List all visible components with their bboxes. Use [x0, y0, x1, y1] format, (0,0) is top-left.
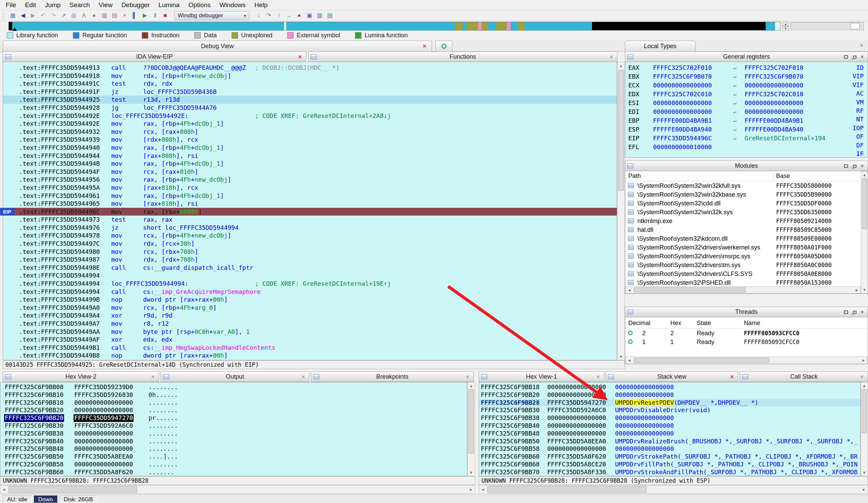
maximize-icon[interactable]	[843, 308, 849, 316]
register-row[interactable]: EBXFFFFC325C6F9B070↵FFFFC325C6F9B070	[625, 72, 840, 81]
undo-icon[interactable]: ↶	[39, 11, 48, 20]
scrollbar-horizontal[interactable]: ◄ ►	[0, 485, 475, 494]
module-row[interactable]: \SystemRoot\system32\kdcom.dll FFFFF8050…	[625, 234, 861, 243]
hex-row[interactable]: FFFFC325C6F9BB480000000000000000........	[0, 445, 467, 453]
navigation-band[interactable]	[9, 22, 781, 31]
menu-item[interactable]: Lumina	[154, 1, 184, 9]
stop-process-icon[interactable]: ■	[161, 11, 170, 20]
menu-item[interactable]: Edit	[21, 1, 41, 9]
module-row[interactable]: \SystemRoot\System32\drivers\msrpc.sys F…	[625, 252, 861, 261]
threads-view[interactable]: Decimal Hex State Name 2 2 Ready FFFFF80…	[625, 317, 868, 364]
disasm-line[interactable]: .text:FFFFC35DD59449AFxoredx, edx	[3, 336, 617, 344]
attach-icon[interactable]: ▤	[325, 11, 334, 20]
close-icon[interactable]: ×	[859, 163, 866, 170]
nav-zoom-track[interactable]	[791, 22, 864, 30]
hex-view-2-titlebar[interactable]: Hex View-2 ×	[3, 371, 159, 382]
module-row[interactable]: \SystemRoot\System32\win32k.sys FFFFC35D…	[625, 208, 861, 217]
stack-view-titlebar[interactable]: Stack view ×	[606, 371, 738, 382]
scrollbar-horizontal[interactable]: ◄ ►	[479, 485, 868, 494]
disasm-line[interactable]: .text:FFFFC35DD594494Fmovrcx, [rax+810h]	[3, 168, 617, 176]
modules-titlebar[interactable]: Modules ×	[625, 161, 868, 171]
column-header-name[interactable]: Name	[744, 319, 760, 327]
menu-item[interactable]: Help	[250, 1, 272, 9]
menu-item[interactable]: Options	[184, 1, 215, 9]
close-icon[interactable]: ×	[149, 373, 157, 381]
module-row[interactable]: \SystemRoot\System32\drivers\CLFS.SYS FF…	[625, 270, 861, 278]
register-row[interactable]: EBPFFFFFE00DD4BA9B1↵FFFFFE00DD4BA9B1	[625, 116, 840, 125]
cpu-flag[interactable]: RF	[843, 106, 864, 115]
chart-icon[interactable]: ▌	[130, 11, 140, 20]
hex-row[interactable]: FFFFC325C6F9BB400000000000000000........	[0, 438, 467, 446]
module-row[interactable]: \SystemRoot\System32\drivers\tm.sys FFFF…	[625, 261, 861, 270]
module-row[interactable]: \SystemRoot\System32\win32kfull.sys FFFF…	[625, 181, 861, 190]
scroll-down-icon[interactable]: ▼	[467, 469, 475, 476]
column-header-state[interactable]: State	[697, 319, 711, 327]
scroll-right-icon[interactable]: ►	[467, 485, 475, 493]
scroll-thumb[interactable]	[634, 287, 746, 293]
close-icon[interactable]: ×	[299, 373, 307, 381]
hex-view-2[interactable]: FFFFC325C6F9BB08FFFFC35DD59239D0........…	[0, 382, 467, 476]
run-until-return-icon[interactable]: ↑	[274, 11, 283, 20]
scroll-thumb[interactable]	[487, 486, 647, 493]
scrollbar-horizontal[interactable]: ◄ ►	[625, 357, 868, 364]
disasm-line[interactable]: .text:FFFFC35DD594492Eloc_FFFFC35DD59449…	[3, 112, 617, 120]
record-icon[interactable]: ●	[90, 11, 99, 20]
close-icon[interactable]: ×	[858, 373, 866, 381]
float-icon[interactable]	[851, 53, 857, 61]
cpu-flag[interactable]: VIP	[843, 72, 864, 80]
float-icon[interactable]	[851, 308, 857, 316]
close-icon[interactable]: ×	[859, 53, 866, 61]
close-icon[interactable]: ×	[595, 373, 602, 381]
disasm-line[interactable]: .text:FFFFC35DD5944913call??0DCOBJ@@QEAA…	[3, 64, 617, 72]
scroll-left-icon[interactable]: ◄	[626, 287, 633, 293]
tab-debug-view[interactable]: Debug View ×	[3, 41, 432, 52]
stack-view[interactable]: FFFFC325C6F9BB18000000000000000000000000…	[479, 382, 860, 476]
menu-item[interactable]: Debugger	[117, 1, 154, 9]
stack-row[interactable]: FFFFC325C6F9BB38000000000000000000000000…	[479, 414, 860, 422]
module-row[interactable]: \SystemRoot\System32\cdd.dll FFFFC35DD5D…	[625, 199, 861, 208]
disasm-line[interactable]: .text:FFFFC35DD594497Cmovrdx, [rcx+30h]	[3, 240, 617, 248]
registers-view[interactable]: EAXFFFFC325C702F010↵FFFFC325C702F010EBXF…	[625, 62, 868, 158]
scrollbar-vertical[interactable]: ▲ ▼	[860, 382, 868, 476]
disasm-line[interactable]: .text:FFFFC35DD594495Amov[rax+810h], rcx	[3, 184, 617, 192]
hex-row[interactable]: FFFFC325C6F9BB30FFFFC35DD592A6C0........	[0, 422, 467, 430]
scroll-thumb[interactable]	[634, 358, 769, 363]
tab-ida-view[interactable]	[435, 41, 452, 52]
functions-titlebar[interactable]: Functions ×	[308, 52, 618, 62]
disasm-line[interactable]: .text:FFFFC35DD5944978movrcx, [rbp+4Fh+n…	[3, 231, 617, 240]
close-icon[interactable]: ×	[464, 373, 471, 381]
hex-row[interactable]: FFFFC325C6F9BB380000000000000000........	[0, 430, 467, 438]
scroll-down-icon[interactable]: ▼	[618, 353, 624, 360]
ida-view-titlebar[interactable]: IDA View-EIP ×	[3, 52, 306, 62]
cpu-flag[interactable]: VM	[843, 98, 864, 106]
structures-icon[interactable]: ▥	[100, 11, 109, 20]
stack-row[interactable]: FFFFC325C6F9BB70FFFFC35DD5A8F330UMPDDrvS…	[479, 469, 860, 476]
column-header-path[interactable]: Path	[628, 172, 641, 180]
modules-view[interactable]: Path Base \SystemRoot\System32\win32kful…	[625, 171, 868, 294]
stack-row[interactable]: FFFFC325C6F9BB50FFFFC35DD5A8EEA0UMPDDrvR…	[479, 438, 860, 446]
cpu-flag[interactable]: DF	[843, 141, 864, 149]
disasm-line[interactable]: .text:FFFFC35DD5944994callcs:__imp_GreAc…	[3, 288, 617, 296]
toolbar-grip[interactable]	[3, 12, 6, 19]
hex-row[interactable]: FFFFC325C6F9BB200000000000000000........	[0, 406, 467, 414]
stack-row[interactable]: FFFFC325C6F9BB18000000000000000000000000…	[479, 383, 860, 391]
scroll-up-icon[interactable]: ▲	[618, 62, 624, 69]
breakpoints-titlebar[interactable]: Breakpoints ×	[311, 371, 474, 382]
close-icon[interactable]: ×	[296, 53, 304, 61]
pause-process-icon[interactable]: ‖	[151, 11, 160, 20]
float-icon[interactable]	[851, 163, 857, 170]
text-search-icon[interactable]: A	[79, 11, 89, 20]
scroll-thumb[interactable]	[468, 389, 474, 453]
disasm-line[interactable]: .text:FFFFC35DD59449B1callcs:__imp_HmgSw…	[3, 344, 617, 352]
disasm-line[interactable]: .text:FFFFC35DD5944976jzshort loc_FFFFC3…	[3, 224, 617, 232]
menu-item[interactable]: Windows	[215, 1, 250, 9]
disasm-line[interactable]: .text:FFFFC35DD5944956movrax, [rbp+4Fh+n…	[3, 176, 617, 184]
maximize-icon[interactable]	[843, 53, 849, 61]
nav-zoom-handle[interactable]	[851, 23, 859, 29]
disasm-line[interactable]: .text:FFFFC35DD59449AAmovbyte ptr [rsp+0…	[3, 328, 617, 336]
hex-row[interactable]: FFFFC325C6F9BB60FFFFC35DD5A8F620.......	[0, 469, 467, 476]
stack-row[interactable]: FFFFC325C6F9BB40000000000000000000000000…	[479, 422, 860, 430]
register-row[interactable]: EIPFFFFC35DD594496C↵GreResetDCInternal+1…	[625, 134, 840, 143]
hex-row[interactable]: FFFFC325C6F9BB50FFFFC35DD5A8EEA0....]...	[0, 453, 467, 461]
registers-titlebar[interactable]: General registers ×	[625, 52, 868, 62]
